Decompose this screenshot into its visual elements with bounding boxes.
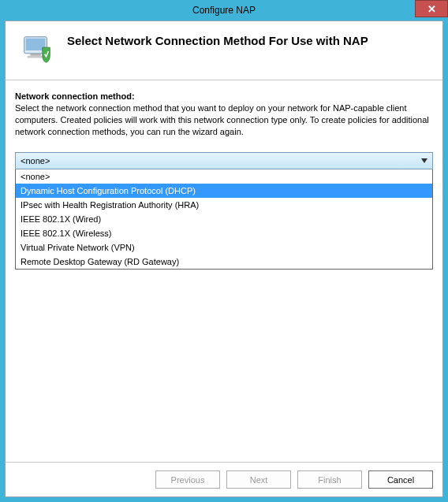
body: Network connection method: Select the ne… [6,80,442,462]
dropdown-option[interactable]: IEEE 802.1X (Wired) [16,212,432,226]
titlebar: Configure NAP ✕ [0,0,448,20]
close-icon: ✕ [427,3,436,15]
footer: Previous Next Finish Cancel [6,462,442,496]
previous-button[interactable]: Previous [155,470,220,489]
close-button[interactable]: ✕ [415,0,448,17]
dropdown-option[interactable]: Dynamic Host Configuration Protocol (DHC… [16,184,432,198]
svg-rect-2 [30,54,40,56]
section-description: Select the network connection method tha… [15,102,433,138]
monitor-shield-icon [20,32,56,69]
chevron-down-icon [420,156,429,165]
cancel-button[interactable]: Cancel [368,470,433,489]
section-label: Network connection method: [15,91,433,101]
header: Select Network Connection Method For Use… [6,21,442,75]
connection-method-combo-wrapper: <none> <none>Dynamic Host Configuration … [15,152,433,270]
dropdown-option[interactable]: Virtual Private Network (VPN) [16,240,432,255]
dropdown-option[interactable]: IEEE 802.1X (Wireless) [16,226,432,240]
wizard-window: Configure NAP ✕ Select Network Connectio… [0,0,448,502]
dropdown-option[interactable]: Remote Desktop Gateway (RD Gateway) [16,255,432,269]
connection-method-combo[interactable]: <none> [15,152,433,169]
dropdown-option[interactable]: <none> [16,169,432,184]
svg-rect-3 [28,56,44,58]
window-title: Configure NAP [0,5,448,16]
dropdown-option[interactable]: IPsec with Health Registration Authority… [16,198,432,212]
page-title: Select Network Connection Method For Use… [67,32,368,47]
finish-button[interactable]: Finish [297,470,362,489]
content-panel: Select Network Connection Method For Use… [5,20,443,497]
connection-method-dropdown[interactable]: <none>Dynamic Host Configuration Protoco… [15,169,433,270]
combo-selected-value: <none> [21,156,50,165]
next-button[interactable]: Next [226,470,291,489]
